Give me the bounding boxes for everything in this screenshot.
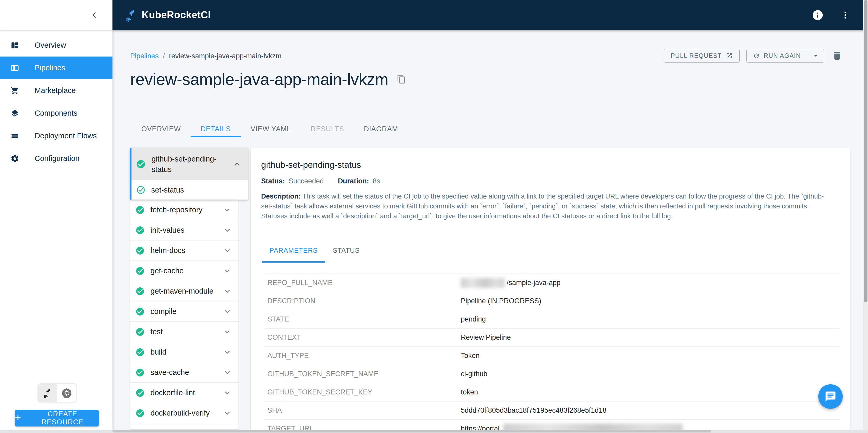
sidebar-item-overview[interactable]: Overview (0, 34, 113, 57)
task-label: build (151, 348, 166, 356)
task-github-set-pending-status[interactable]: github-set-pending-status (131, 148, 248, 180)
param-value: ci-github (461, 370, 487, 378)
tab-parameters[interactable]: PARAMETERS (262, 240, 325, 263)
breadcrumb-pipelines-link[interactable]: Pipelines (130, 52, 159, 60)
param-value: token (461, 388, 478, 396)
check-circle-icon (135, 226, 145, 235)
chevron-down-icon (223, 206, 231, 214)
horizontal-scrollbar[interactable] (0, 430, 868, 433)
run-again-button[interactable]: RUN AGAIN (747, 49, 807, 62)
sidebar-item-label: Marketplace (35, 86, 76, 95)
param-value: pending (461, 315, 486, 323)
task-label: get-cache (151, 266, 184, 275)
task-label: dockerbuild-verify (151, 409, 210, 417)
check-circle-icon (135, 327, 145, 337)
kubernetes-style-button[interactable] (57, 384, 76, 402)
task-row-save-cache[interactable]: save-cache (130, 363, 239, 383)
chat-icon (825, 391, 837, 403)
task-label: init-values (151, 226, 185, 234)
task-row-fetch-repository[interactable]: fetch-repository (130, 200, 239, 220)
create-resource-label: CREATE RESOURCE (26, 410, 99, 426)
layers-icon (10, 109, 19, 118)
chat-fab-button[interactable] (818, 384, 843, 409)
task-row-helm-docs[interactable]: helm-docs (130, 240, 239, 261)
task-row-build[interactable]: build (130, 342, 239, 363)
task-label: get-maven-module (151, 287, 214, 295)
sidebar-collapse-button[interactable] (86, 7, 102, 24)
horizontal-scrollbar-thumb[interactable] (113, 430, 711, 432)
sidebar-item-label: Configuration (35, 154, 80, 163)
check-circle-icon (135, 408, 145, 418)
task-row-partial[interactable] (130, 423, 239, 429)
page-actions: PULL REQUEST RUN AGAIN (663, 49, 843, 62)
breadcrumb-current: review-sample-java-app-main-lvkzm (169, 52, 281, 60)
chevron-left-icon (90, 11, 98, 19)
redacted-text (503, 424, 683, 430)
sidebar-nav: Overview Pipelines Marketplace (0, 34, 113, 170)
tab-details[interactable]: DETAILS (191, 122, 241, 137)
check-circle-icon (135, 368, 145, 377)
run-again-dropdown-button[interactable] (807, 49, 824, 62)
step-set-status[interactable]: set-status (131, 180, 248, 200)
chevron-down-icon (223, 308, 231, 316)
info-button[interactable] (811, 8, 825, 22)
redacted-text (461, 278, 504, 288)
sidebar-item-label: Components (35, 109, 77, 117)
tab-results: RESULTS (301, 122, 354, 137)
brand: KubeRocketCI (124, 8, 211, 22)
copy-title-button[interactable] (396, 74, 407, 85)
task-row-get-maven-module[interactable]: get-maven-module (130, 281, 239, 301)
tab-overview[interactable]: OVERVIEW (131, 122, 191, 137)
tab-view-yaml[interactable]: VIEW YAML (241, 122, 301, 137)
status-value: Succeeded (289, 177, 324, 185)
param-name: TARGET_URL (264, 425, 461, 430)
sidebar: Overview Pipelines Marketplace (0, 0, 113, 433)
param-name: GITHUB_TOKEN_SECRET_KEY (264, 388, 461, 396)
brand-name: KubeRocketCI (142, 9, 211, 21)
sidebar-item-pipelines[interactable]: Pipelines (0, 57, 113, 79)
pull-request-button[interactable]: PULL REQUEST (663, 49, 740, 62)
task-accordion-expanded: github-set-pending-status set-status (130, 148, 248, 200)
duration-label: Duration: (338, 177, 369, 185)
param-name: CONTEXT (264, 334, 461, 342)
sidebar-item-marketplace[interactable]: Marketplace (0, 79, 113, 102)
task-detail-tabs: PARAMETERS STATUS (262, 240, 367, 263)
sidebar-item-components[interactable]: Components (0, 102, 113, 124)
description-text: This task will set the status of the CI … (261, 192, 824, 220)
breadcrumb: Pipelines / review-sample-java-app-main-… (130, 52, 281, 60)
run-again-split-button: RUN AGAIN (746, 49, 824, 62)
task-row-dockerbuild-verify[interactable]: dockerbuild-verify (130, 403, 239, 423)
table-row: GITHUB_TOKEN_SECRET_KEY token (264, 383, 840, 401)
tab-diagram[interactable]: DIAGRAM (354, 122, 408, 137)
sidebar-item-label: Overview (35, 41, 66, 50)
sidebar-item-deployment-flows[interactable]: Deployment Flows (0, 124, 113, 147)
create-resource-button[interactable]: + CREATE RESOURCE (15, 410, 99, 427)
task-status-line: Status: Succeeded Duration: 8s (261, 177, 391, 185)
task-row-test[interactable]: test (130, 322, 239, 342)
table-row: SHA 5ddd70ff805d3bac18f75195ec483f268e5f… (264, 401, 840, 420)
parameters-table: REPO_FULL_NAME /sample-java-app DESCRIPT… (264, 273, 840, 430)
arrow-drop-down-icon (812, 52, 819, 59)
param-name: SHA (264, 406, 461, 414)
vertical-scrollbar-thumb[interactable] (864, 0, 867, 302)
task-row-compile[interactable]: compile (130, 301, 239, 322)
task-row-dockerfile-lint[interactable]: dockerfile-lint (130, 383, 239, 403)
delete-pipeline-button[interactable] (831, 50, 843, 62)
copy-icon (397, 75, 406, 84)
more-menu-button[interactable] (838, 8, 852, 22)
divider (251, 238, 850, 238)
tab-status[interactable]: STATUS (325, 240, 367, 263)
check-circle-icon (135, 388, 145, 398)
breadcrumb-separator: / (163, 52, 165, 60)
rocket-style-button[interactable] (38, 384, 57, 402)
open-in-new-icon (726, 52, 733, 59)
vertical-scrollbar[interactable] (863, 0, 868, 433)
task-row-init-values[interactable]: init-values (130, 220, 239, 240)
task-details-panel: github-set-pending-status Status: Succee… (251, 148, 850, 430)
sidebar-item-configuration[interactable]: Configuration (0, 147, 113, 170)
task-row-get-cache[interactable]: get-cache (130, 261, 239, 281)
task-label: compile (151, 307, 177, 316)
param-value: https://portal- (461, 424, 683, 430)
pipelines-icon (10, 64, 19, 73)
check-circle-icon (135, 205, 145, 215)
